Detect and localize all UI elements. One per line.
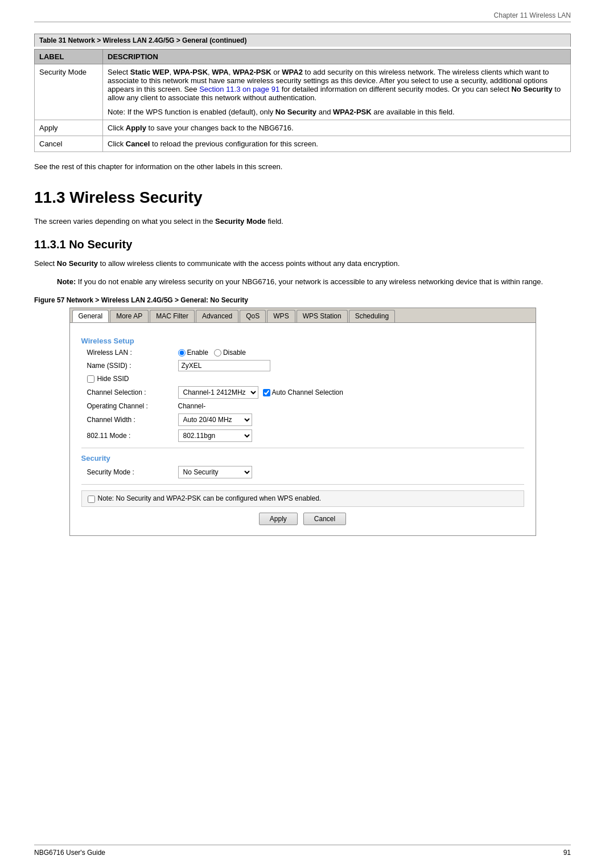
- tab-wps-station[interactable]: WPS Station: [297, 310, 348, 322]
- note-block: Note: If you do not enable any wireless …: [57, 276, 548, 288]
- section-11-3-body: The screen varies depending on what you …: [34, 216, 571, 227]
- hide-ssid-row: Hide SSID: [81, 375, 524, 383]
- figure-title: Figure 57 Network > Wireless LAN 2.4G/5G…: [34, 296, 571, 304]
- row-label-security-mode: Security Mode: [35, 64, 103, 120]
- security-mode-row: Security Mode : No Security: [81, 466, 524, 478]
- tab-more-ap[interactable]: More AP: [110, 310, 149, 322]
- channel-selection-label: Channel Selection :: [87, 388, 178, 396]
- tab-mac-filter[interactable]: MAC Filter: [150, 310, 195, 322]
- name-ssid-label: Name (SSID) :: [87, 362, 178, 370]
- tab-wps[interactable]: WPS: [267, 310, 295, 322]
- wireless-lan-radio-group: Enable Disable: [178, 349, 246, 357]
- disable-label: Disable: [223, 349, 246, 357]
- channel-selection-controls: Channel-1 2412MHz Auto Channel Selection: [178, 386, 343, 399]
- form-content: Wireless Setup Wireless LAN : Enable Dis…: [70, 323, 536, 535]
- operating-channel-value: Channel-: [178, 402, 206, 410]
- wireless-lan-enable-option[interactable]: Enable: [178, 349, 208, 357]
- page-footer: NBG6716 User's Guide 91: [34, 845, 571, 857]
- security-section-label: Security: [81, 454, 524, 462]
- mode-select[interactable]: 802.11bgn: [178, 429, 252, 442]
- mode-row: 802.11 Mode : 802.11bgn: [81, 429, 524, 442]
- wireless-setup-label: Wireless Setup: [81, 337, 524, 345]
- wps-note-box: Note: No Security and WPA2-PSK can be co…: [81, 490, 524, 507]
- form-buttons: Apply Cancel: [81, 513, 524, 525]
- security-mode-label: Security Mode :: [87, 468, 178, 476]
- table-row: Apply Click Apply to save your changes b…: [35, 120, 571, 136]
- section-11-3-heading: 11.3 Wireless Security: [34, 189, 571, 209]
- table-row: Security Mode Select Static WEP, WPA-PSK…: [35, 64, 571, 120]
- channel-width-select-wrap: Auto 20/40 MHz: [178, 413, 252, 426]
- table-title: Table 31 Network > Wireless LAN 2.4G/5G …: [34, 34, 571, 47]
- footer-right: 91: [563, 849, 571, 857]
- wireless-lan-row: Wireless LAN : Enable Disable: [81, 349, 524, 357]
- tab-bar: General More AP MAC Filter Advanced QoS …: [70, 308, 536, 323]
- security-divider: [81, 484, 524, 485]
- wireless-lan-label: Wireless LAN :: [87, 349, 178, 357]
- security-mode-select[interactable]: No Security: [178, 466, 252, 478]
- note-box-label: Note: No Security and WPA2-PSK can be co…: [88, 494, 518, 503]
- chapter-title: Chapter 11 Wireless LAN: [494, 11, 571, 19]
- row-desc-apply: Click Apply to save your changes back to…: [103, 120, 571, 136]
- note-box-text: Note: No Security and WPA2-PSK can be co…: [98, 494, 322, 502]
- section-divider: [81, 448, 524, 448]
- wireless-lan-disable-radio[interactable]: [214, 349, 221, 357]
- ssid-input[interactable]: [178, 360, 270, 371]
- auto-channel-label: Auto Channel Selection: [272, 388, 343, 396]
- table-row: Cancel Click Cancel to reload the previo…: [35, 136, 571, 152]
- tab-scheduling[interactable]: Scheduling: [349, 310, 395, 322]
- cancel-button[interactable]: Cancel: [303, 513, 346, 525]
- channel-width-row: Channel Width : Auto 20/40 MHz: [81, 413, 524, 426]
- security-mode-select-wrap: No Security: [178, 466, 252, 478]
- section-11-3-1-body: Select No Security to allow wireless cli…: [34, 258, 571, 269]
- col-label: LABEL: [35, 50, 103, 64]
- see-text: See the rest of this chapter for informa…: [34, 161, 571, 173]
- tab-advanced[interactable]: Advanced: [196, 310, 238, 322]
- row-label-cancel: Cancel: [35, 136, 103, 152]
- wireless-lan-disable-option[interactable]: Disable: [214, 349, 246, 357]
- figure-screenshot: General More AP MAC Filter Advanced QoS …: [69, 308, 536, 536]
- name-ssid-row: Name (SSID) :: [81, 360, 524, 371]
- apply-button[interactable]: Apply: [259, 513, 298, 525]
- chapter-header: Chapter 11 Wireless LAN: [34, 11, 571, 22]
- wireless-lan-enable-radio[interactable]: [178, 349, 186, 357]
- auto-channel-option[interactable]: Auto Channel Selection: [263, 388, 343, 396]
- channel-selection-row: Channel Selection : Channel-1 2412MHz Au…: [81, 386, 524, 399]
- tab-general[interactable]: General: [72, 310, 109, 322]
- mode-label: 802.11 Mode :: [87, 432, 178, 440]
- description-table: LABEL DESCRIPTION Security Mode Select S…: [34, 49, 571, 152]
- operating-channel-row: Operating Channel : Channel-: [81, 402, 524, 410]
- col-description: DESCRIPTION: [103, 50, 571, 64]
- note-prefix: Note:: [57, 277, 76, 286]
- operating-channel-label: Operating Channel :: [87, 402, 178, 410]
- enable-label: Enable: [187, 349, 208, 357]
- note-body: If you do not enable any wireless securi…: [78, 277, 543, 286]
- auto-channel-checkbox[interactable]: [263, 389, 270, 396]
- row-label-apply: Apply: [35, 120, 103, 136]
- mode-select-wrap: 802.11bgn: [178, 429, 252, 442]
- row-desc-security-mode: Select Static WEP, WPA-PSK, WPA, WPA2-PS…: [103, 64, 571, 120]
- section-11-3-1-heading: 11.3.1 No Security: [34, 238, 571, 251]
- channel-width-label: Channel Width :: [87, 416, 178, 424]
- row-desc-cancel: Click Cancel to reload the previous conf…: [103, 136, 571, 152]
- tab-qos[interactable]: QoS: [240, 310, 266, 322]
- channel-width-select[interactable]: Auto 20/40 MHz: [178, 413, 252, 426]
- hide-ssid-checkbox[interactable]: [87, 375, 94, 383]
- channel-selection-select[interactable]: Channel-1 2412MHz: [178, 386, 258, 399]
- hide-ssid-label: Hide SSID: [97, 375, 129, 383]
- name-ssid-value: [178, 360, 270, 371]
- footer-left: NBG6716 User's Guide: [34, 849, 105, 857]
- note-box-checkbox[interactable]: [88, 496, 95, 503]
